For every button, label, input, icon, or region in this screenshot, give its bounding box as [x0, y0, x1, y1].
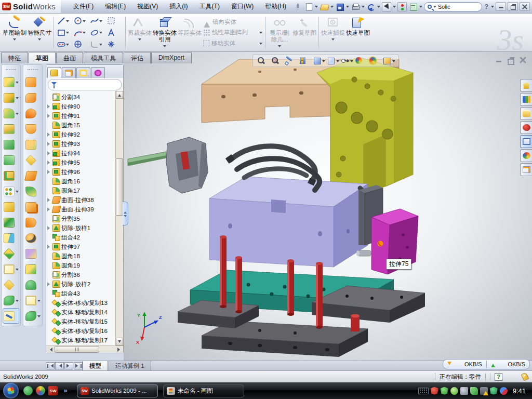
- zoom-area-icon[interactable]: [270, 56, 283, 65]
- appearances-scenes-icon[interactable]: [520, 149, 532, 162]
- offset-entities-button[interactable]: 等距实体: [177, 15, 202, 50]
- linear-sketch-pattern-button[interactable]: 线性草图阵列: [203, 28, 262, 38]
- polygon-tool-icon[interactable]: [73, 39, 89, 49]
- expand-arrow-icon[interactable]: [47, 142, 51, 146]
- propertymanager-tab[interactable]: [62, 67, 76, 78]
- part-guide-assembly[interactable]: [128, 137, 208, 193]
- surface-tool-icon[interactable]: [24, 168, 41, 183]
- pattern-tool-icon[interactable]: [3, 183, 19, 199]
- display-delete-relations-button[interactable]: 显示/删除几...: [267, 15, 292, 50]
- print-dropdown-icon[interactable]: [362, 6, 365, 9]
- ribbon-tab[interactable]: 评估: [124, 52, 151, 63]
- instant3d-tool-icon[interactable]: [3, 308, 19, 324]
- tree-item[interactable]: 组合42: [47, 233, 123, 242]
- tree-item[interactable]: 圆角19: [47, 261, 123, 270]
- im-phone-icon[interactable]: [470, 387, 478, 395]
- tree-item[interactable]: 拉伸95: [47, 158, 123, 167]
- circle-tool-icon[interactable]: [73, 16, 89, 25]
- tree-item[interactable]: 拉伸92: [47, 130, 123, 139]
- menu-item[interactable]: 视图(V): [132, 1, 163, 12]
- hide-show-items-icon[interactable]: [340, 56, 353, 65]
- tree-item[interactable]: 圆角18: [47, 251, 123, 261]
- graphics-viewport[interactable]: Y Z X: [124, 52, 532, 361]
- language-keyboard-icon[interactable]: [418, 388, 429, 394]
- antivirus-shield-icon[interactable]: [441, 387, 448, 395]
- search-input[interactable]: Solic: [438, 4, 450, 10]
- scrollbar-thumb[interactable]: [116, 158, 123, 216]
- tree-item[interactable]: 实体-移动/复制16: [47, 326, 123, 336]
- solidworks-community-icon[interactable]: [520, 121, 532, 134]
- zoom-selection-icon[interactable]: [284, 56, 297, 65]
- security-alert-icon[interactable]: [431, 387, 438, 395]
- rectangle-tool-icon[interactable]: [57, 28, 73, 37]
- tree-item[interactable]: 拉伸93: [47, 139, 123, 149]
- surface-tool-icon[interactable]: [24, 199, 41, 215]
- ribbon-tab[interactable]: 特征: [1, 52, 28, 63]
- tree-item[interactable]: 实体-移动/复制13: [47, 298, 123, 308]
- dome-tool-icon[interactable]: [24, 277, 41, 292]
- search-scope-dropdown-icon[interactable]: [433, 6, 436, 9]
- text-tool-icon[interactable]: [107, 28, 123, 37]
- taskbar-window-button[interactable]: SW SolidWorks 2009 - ...: [77, 384, 158, 397]
- selection-box-icon[interactable]: [107, 16, 123, 25]
- spline-tool-icon[interactable]: [90, 16, 106, 25]
- tree-item[interactable]: 实体-移动/复制14: [47, 308, 123, 317]
- menu-item[interactable]: 窗口(W): [226, 1, 259, 12]
- taskbar-window-button[interactable]: 未命名 - 画图: [163, 384, 244, 397]
- hole-wizard-icon[interactable]: [3, 168, 19, 183]
- configurationmanager-tab[interactable]: [76, 67, 90, 78]
- expand-arrow-icon[interactable]: [47, 226, 51, 230]
- save-dropdown-icon[interactable]: [346, 6, 349, 9]
- scroll-up-icon[interactable]: [116, 91, 123, 99]
- tree-item[interactable]: 实体-移动/复制17: [47, 336, 123, 345]
- tree-item[interactable]: 拉伸94: [47, 149, 123, 158]
- section-view-icon[interactable]: [298, 56, 311, 65]
- expand-arrow-icon[interactable]: [47, 282, 51, 286]
- close-button[interactable]: [520, 2, 530, 11]
- surface-tool-icon[interactable]: [24, 183, 41, 199]
- trim-entities-button[interactable]: 剪裁实体: [127, 15, 152, 50]
- expand-arrow-icon[interactable]: [47, 161, 51, 165]
- expand-arrow-icon[interactable]: [47, 114, 51, 118]
- point-tool-icon[interactable]: [107, 39, 123, 49]
- undo-icon[interactable]: [366, 2, 376, 11]
- sync-status-icon[interactable]: [500, 387, 508, 395]
- tree-item[interactable]: 分割34: [47, 92, 123, 102]
- move-copy-tool-icon[interactable]: [3, 246, 19, 261]
- options-icon[interactable]: [408, 2, 418, 11]
- repair-sketch-button[interactable]: 修复草图: [292, 15, 317, 50]
- help-dropdown-icon[interactable]: [491, 6, 494, 9]
- slot-tool-icon[interactable]: [57, 39, 73, 49]
- zoom-fit-icon[interactable]: [256, 56, 269, 65]
- custom-properties-icon[interactable]: [520, 163, 532, 176]
- tree-filter-input[interactable]: [48, 79, 122, 90]
- feature-tool-icon[interactable]: [3, 152, 19, 168]
- new-dropdown-icon[interactable]: [315, 6, 318, 9]
- tree-item[interactable]: 分割35: [47, 214, 123, 223]
- undo-dropdown-icon[interactable]: [377, 6, 380, 9]
- reference-geometry-icon[interactable]: [3, 261, 19, 277]
- part-yoke-bracket[interactable]: [317, 57, 413, 197]
- start-button[interactable]: [3, 383, 19, 398]
- feature-tool-icon[interactable]: [3, 199, 19, 215]
- surface-tool-icon[interactable]: [24, 90, 41, 105]
- feature-tool-icon[interactable]: [3, 215, 19, 230]
- tree-horizontal-scrollbar[interactable]: [46, 345, 123, 353]
- dimxpertmanager-tab[interactable]: [91, 67, 105, 78]
- mirror-entities-button[interactable]: 镜向实体: [203, 17, 262, 27]
- doc-close-button[interactable]: [518, 56, 528, 64]
- quick-launch-solidworks-icon[interactable]: SW: [48, 386, 58, 395]
- surface-tool-icon[interactable]: [24, 137, 41, 152]
- design-library-icon[interactable]: [520, 93, 532, 106]
- tree-item[interactable]: 拉伸91: [47, 111, 123, 121]
- move-entities-button[interactable]: 移动实体: [203, 38, 262, 48]
- feature-tool-icon[interactable]: [3, 90, 19, 105]
- doc-minimize-button[interactable]: [494, 56, 504, 64]
- menu-item[interactable]: 帮助(H): [260, 1, 291, 12]
- split-tool-icon[interactable]: [3, 230, 19, 246]
- network-speed-gadget[interactable]: OKB/S OKB/S: [443, 359, 530, 369]
- tree-item[interactable]: 圆角17: [47, 186, 123, 195]
- tree-item[interactable]: 拉伸90: [47, 102, 123, 111]
- volume-icon[interactable]: [460, 387, 468, 395]
- file-explorer-icon[interactable]: [520, 107, 532, 120]
